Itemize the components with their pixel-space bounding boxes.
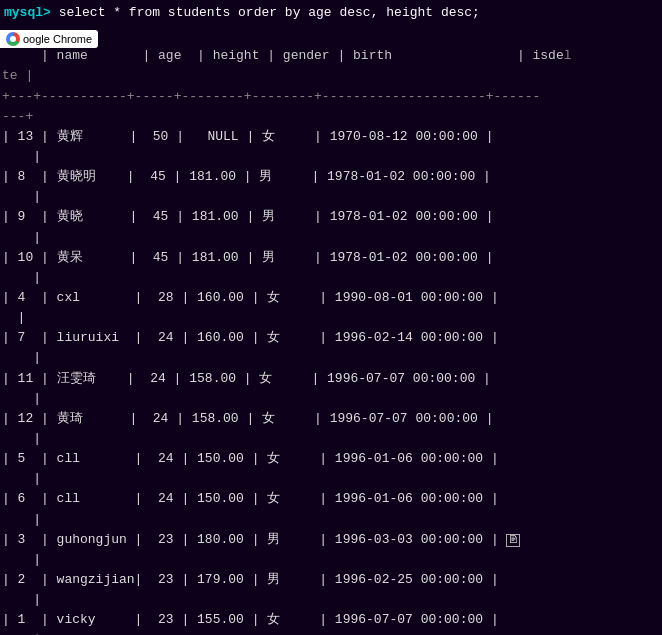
sql-query: select * from students order by age desc… xyxy=(59,5,480,20)
table-row-spacer: | xyxy=(2,350,41,365)
chrome-icon xyxy=(6,32,20,46)
table-row-spacer: | xyxy=(2,512,41,527)
table-row-spacer: | xyxy=(2,230,41,245)
mysql-prompt: mysql> xyxy=(4,5,51,20)
table-row: | 7 | liuruixi | 24 | 160.00 | 女 | 1996-… xyxy=(2,330,499,345)
table-row: | 1 | vicky | 23 | 155.00 | 女 | 1996-07-… xyxy=(2,612,499,627)
table-row: | 10 | 黄呆 | 45 | 181.00 | 男 | 1978-01-02… xyxy=(2,250,493,265)
table-row: | 3 | guhongjun | 23 | 180.00 | 男 | 1996… xyxy=(2,532,520,547)
table-row-spacer: | xyxy=(2,310,25,325)
table-row: | 2 | wangzijian| 23 | 179.00 | 男 | 1996… xyxy=(2,572,499,587)
separator-1: +---+-----------+-----+--------+--------… xyxy=(2,89,540,104)
prompt-line: mysql> select * from students order by a… xyxy=(0,0,662,24)
table-row: | 13 | 黄辉 | 50 | NULL | 女 | 1970-08-12 0… xyxy=(2,129,493,144)
table-row-spacer: | xyxy=(2,270,41,285)
table-row: | 4 | cxl | 28 | 160.00 | 女 | 1990-08-01… xyxy=(2,290,499,305)
table-row-spacer: | xyxy=(2,471,41,486)
chrome-badge: oogle Chrome xyxy=(0,30,98,48)
terminal-window: mysql> select * from students order by a… xyxy=(0,0,662,635)
table-output: | name | age | height | gender | birth |… xyxy=(0,24,662,635)
table-row: | 9 | 黄晓 | 45 | 181.00 | 男 | 1978-01-02 … xyxy=(2,209,493,224)
chrome-label: oogle Chrome xyxy=(23,33,92,45)
table-row: | 12 | 黄琦 | 24 | 158.00 | 女 | 1996-07-07… xyxy=(2,411,493,426)
table-row-spacer: | xyxy=(2,189,41,204)
separator-1b: ---+ xyxy=(2,109,33,124)
table-row-spacer: | xyxy=(2,391,41,406)
header-partial: | name | age | height | gender | birth |… xyxy=(2,48,572,83)
table-row-spacer: | xyxy=(2,149,41,164)
table-row-spacer: | xyxy=(2,431,41,446)
table-row: | 11 | 汪雯琦 | 24 | 158.00 | 女 | 1996-07-0… xyxy=(2,371,491,386)
table-row-spacer: | xyxy=(2,552,41,567)
table-row-spacer: | xyxy=(2,592,41,607)
table-row: | 8 | 黄晓明 | 45 | 181.00 | 男 | 1978-01-02… xyxy=(2,169,491,184)
table-row: | 6 | cll | 24 | 150.00 | 女 | 1996-01-06… xyxy=(2,491,499,506)
table-row: | 5 | cll | 24 | 150.00 | 女 | 1996-01-06… xyxy=(2,451,499,466)
